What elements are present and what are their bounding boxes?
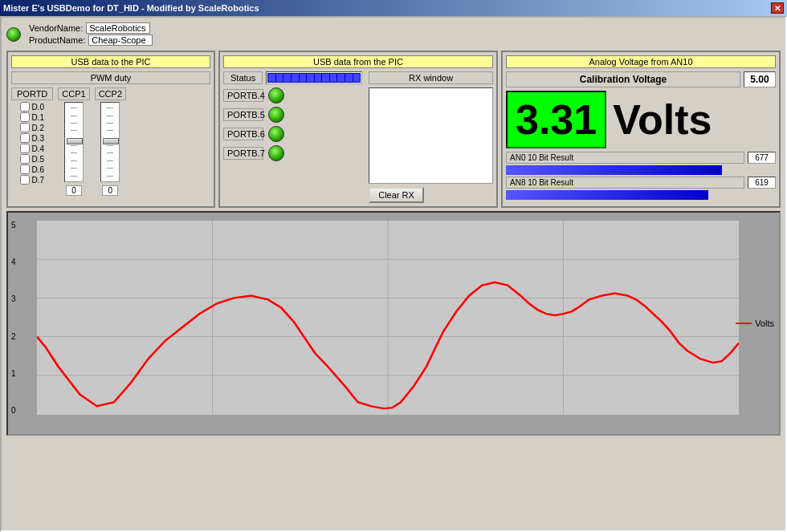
an8-value: 619 <box>748 177 776 189</box>
an0-value: 677 <box>748 152 776 164</box>
ccp1-label: CCP1 <box>58 87 89 100</box>
analog-panel: Analog Voltage from AN10 Calibration Vol… <box>501 51 781 208</box>
usb-from-pic-panel: USB data from the PIC Status <box>218 51 498 208</box>
pwm-label: PWM duty <box>11 71 210 84</box>
status-progress-fill <box>267 73 361 83</box>
status-label: Status <box>223 71 263 84</box>
panels-row: USB data to the PIC PWM duty PORTD D.0 D… <box>6 51 781 208</box>
portb4-led <box>268 87 284 104</box>
voltage-unit: Volts <box>613 95 712 144</box>
an8-progress-bar <box>506 190 708 200</box>
portd-section: PORTD D.0 D.1 D.2 D.3 D.4 D.5 D.6 D.7 CC… <box>11 87 210 196</box>
device-info: VendorName: ScaleRobotics ProductName: C… <box>29 22 153 46</box>
an8-label: AN8 10 Bit Result <box>506 177 744 189</box>
portd-d5-checkbox[interactable] <box>20 154 30 164</box>
portb7-row: PORTB.7 <box>223 145 362 161</box>
portd-checkboxes: D.0 D.1 D.2 D.3 D.4 D.5 D.6 D.7 <box>20 102 44 185</box>
an0-progress-bar <box>506 165 722 175</box>
title-bar: Mister E's USBDemo for DT_HID - Modified… <box>0 0 787 16</box>
an8-result-line: AN8 10 Bit Result 619 <box>506 177 776 189</box>
portb4-row: PORTB.4 <box>223 87 362 104</box>
y-axis: 5 4 3 2 1 0 <box>11 221 16 415</box>
ccp1-value: 0 <box>66 185 82 196</box>
rx-window-section: RX window Clear RX <box>369 71 493 203</box>
portd-d4-row: D.4 <box>20 144 44 153</box>
portd-label: PORTD <box>11 87 53 100</box>
top-info-row: VendorName: ScaleRobotics ProductName: C… <box>6 22 781 46</box>
window-title: Mister E's USBDemo for DT_HID - Modified… <box>3 3 259 13</box>
an-result-row: AN0 10 Bit Result 677 AN8 10 Bit Result … <box>506 152 776 200</box>
usb-to-pic-panel: USB data to the PIC PWM duty PORTD D.0 D… <box>6 51 215 208</box>
usb-from-pic-title: USB data from the PIC <box>223 55 493 68</box>
portb7-label: PORTB.7 <box>223 147 263 160</box>
portd-d7-checkbox[interactable] <box>20 175 30 185</box>
portd-d0-row: D.0 <box>20 102 44 112</box>
portd-d6-checkbox[interactable] <box>20 164 30 174</box>
vendor-label: VendorName: <box>29 23 83 33</box>
analog-section: Calibration Voltage 5.00 3.31 Volts AN0 … <box>506 71 776 200</box>
portd-d1-checkbox[interactable] <box>20 112 30 122</box>
portb5-label: PORTB.5 <box>223 108 263 121</box>
analog-title: Analog Voltage from AN10 <box>506 55 776 68</box>
portb5-row: PORTB.5 <box>223 107 362 123</box>
y-label-2: 2 <box>11 332 16 341</box>
ccp1-slider-track <box>64 102 84 182</box>
from-pic-content: Status <box>223 71 493 203</box>
product-label: ProductName: <box>29 35 85 45</box>
ccp1-slider-handle[interactable] <box>67 138 83 144</box>
portd-d3-row: D.3 <box>20 133 44 143</box>
ccp2-slider-handle[interactable] <box>103 138 119 144</box>
an0-label: AN0 10 Bit Result <box>506 152 744 164</box>
an0-result-line: AN0 10 Bit Result 677 <box>506 152 776 164</box>
portd-d0-checkbox[interactable] <box>20 102 30 112</box>
portd-d5-row: D.5 <box>20 154 44 164</box>
chart-container: 5 4 3 2 1 0 Volts <box>6 211 781 436</box>
legend-line <box>736 323 752 324</box>
status-portb-col: Status <box>223 71 362 203</box>
portd-d3-checkbox[interactable] <box>20 133 30 143</box>
rx-textarea[interactable] <box>369 87 493 184</box>
rx-window-label: RX window <box>369 71 493 84</box>
y-label-3: 3 <box>11 294 16 303</box>
ccp2-label: CCP2 <box>95 87 126 100</box>
y-label-1: 1 <box>11 369 16 378</box>
portd-d1-row: D.1 <box>20 112 44 122</box>
y-label-5: 5 <box>11 221 16 229</box>
chart-legend: Volts <box>736 319 774 328</box>
legend-label: Volts <box>755 319 774 328</box>
portb6-led <box>268 126 284 142</box>
portb6-label: PORTB.6 <box>223 128 263 140</box>
connection-led <box>6 27 21 42</box>
calib-label: Calibration Voltage <box>506 71 740 87</box>
main-window: VendorName: ScaleRobotics ProductName: C… <box>0 16 787 532</box>
portd-d7-row: D.7 <box>20 175 44 185</box>
voltage-reading: 3.31 <box>506 91 606 148</box>
portd-d6-row: D.6 <box>20 164 44 174</box>
portb-rows: PORTB.4 PORTB.5 PORTB.6 PORTB.7 <box>223 87 362 161</box>
portd-d2-checkbox[interactable] <box>20 123 30 132</box>
ccp2-value: 0 <box>102 185 118 196</box>
clear-rx-button[interactable]: Clear RX <box>369 187 424 203</box>
close-button[interactable]: ✕ <box>771 2 784 14</box>
portd-d4-checkbox[interactable] <box>20 144 30 153</box>
portb4-label: PORTB.4 <box>223 89 263 102</box>
portd-d2-row: D.2 <box>20 123 44 132</box>
usb-to-pic-title: USB data to the PIC <box>11 55 210 68</box>
calib-value: 5.00 <box>744 71 776 87</box>
portb7-led <box>268 145 284 161</box>
y-label-4: 4 <box>11 258 16 266</box>
portb6-row: PORTB.6 <box>223 126 362 142</box>
product-value: Cheap-Scope <box>88 35 153 46</box>
y-label-0: 0 <box>11 406 16 415</box>
vendor-value: ScaleRobotics <box>86 22 150 34</box>
voltage-display: 3.31 Volts <box>506 91 776 148</box>
calib-row: Calibration Voltage 5.00 <box>506 71 776 87</box>
ccp2-slider-track <box>100 102 120 182</box>
chart-svg <box>37 221 739 415</box>
status-progress-bar <box>266 71 362 84</box>
portb5-led <box>268 107 284 123</box>
